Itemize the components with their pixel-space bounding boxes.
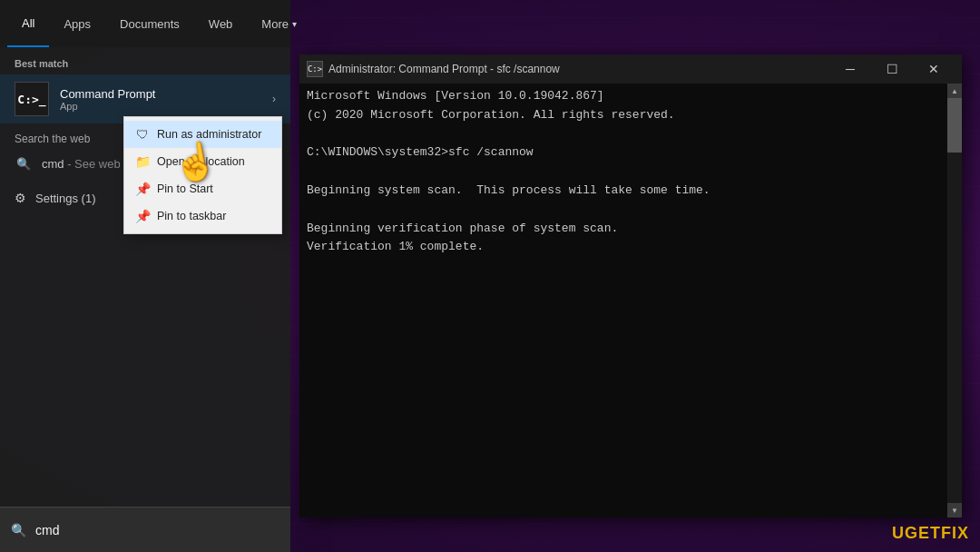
cmd-window: C:> Administrator: Command Prompt - sfc … [299,54,962,518]
spacer [0,218,290,507]
ctx-run-as-admin[interactable]: 🛡 Run as administrator [124,121,281,148]
tab-web[interactable]: Web [194,0,248,47]
tab-documents[interactable]: Documents [105,0,194,47]
watermark-prefix: UGET [892,524,941,542]
scroll-down-arrow[interactable]: ▼ [947,503,962,518]
settings-gear-icon: ⚙ [15,191,26,205]
folder-icon: 📁 [135,154,150,169]
scrollbar-track[interactable] [947,98,962,503]
start-menu: All Apps Documents Web More ▾ Best match… [0,0,290,552]
ctx-open-file-label: Open file location [157,155,245,168]
ctx-pin-to-start[interactable]: 📌 Pin to Start [124,175,281,202]
tab-all[interactable]: All [7,0,49,47]
pin-taskbar-icon: 📌 [135,209,150,223]
chevron-right-icon: › [272,93,276,105]
chevron-down-icon: ▾ [292,19,297,29]
cmd-scrollbar[interactable]: ▲ ▼ [947,84,962,518]
cmd-window-icon: C:> [307,61,323,77]
ctx-open-file-location[interactable]: 📁 Open file location [124,148,281,175]
bing-search-icon: 🔍 [15,154,33,172]
tabs-bar: All Apps Documents Web More ▾ [0,0,290,47]
context-menu: 🛡 Run as administrator 📁 Open file locat… [123,116,282,234]
search-bar-icon: 🔍 [11,523,26,537]
cmd-title-text: Administrator: Command Prompt - sfc /sca… [328,63,824,75]
close-button[interactable]: ✕ [913,54,955,84]
app-type: App [60,101,155,112]
search-bar-text: cmd [35,523,59,537]
ctx-pin-start-label: Pin to Start [157,182,213,195]
minimize-button[interactable]: ─ [829,54,871,84]
app-name: Command Prompt [60,87,155,101]
pin-start-icon: 📌 [135,182,150,196]
watermark-suffix: FIX [941,524,969,542]
scroll-up-arrow[interactable]: ▲ [947,84,962,98]
search-bar[interactable]: 🔍 cmd [0,507,290,552]
cmd-text-area: Microsoft Windows [Version 10.0.19042.86… [299,84,947,518]
tab-more[interactable]: More ▾ [247,0,311,47]
settings-label: Settings (1) [35,192,95,205]
watermark: UGETFIX [892,524,969,543]
best-match-label: Best match [0,47,290,74]
ctx-pin-taskbar-label: Pin to taskbar [157,210,226,222]
cmd-controls: ─ ☐ ✕ [829,54,955,84]
maximize-button[interactable]: ☐ [871,54,913,84]
cmd-content: Microsoft Windows [Version 10.0.19042.86… [299,84,962,518]
shield-icon: 🛡 [135,127,150,142]
ctx-pin-to-taskbar[interactable]: 📌 Pin to taskbar [124,202,281,230]
ctx-run-admin-label: Run as administrator [157,128,261,141]
scrollbar-thumb[interactable] [947,98,962,153]
cmd-app-icon: C:>_ [15,82,49,116]
app-info: Command Prompt App [60,87,155,112]
cmd-titlebar: C:> Administrator: Command Prompt - sfc … [299,54,962,84]
tab-apps[interactable]: Apps [49,0,105,47]
